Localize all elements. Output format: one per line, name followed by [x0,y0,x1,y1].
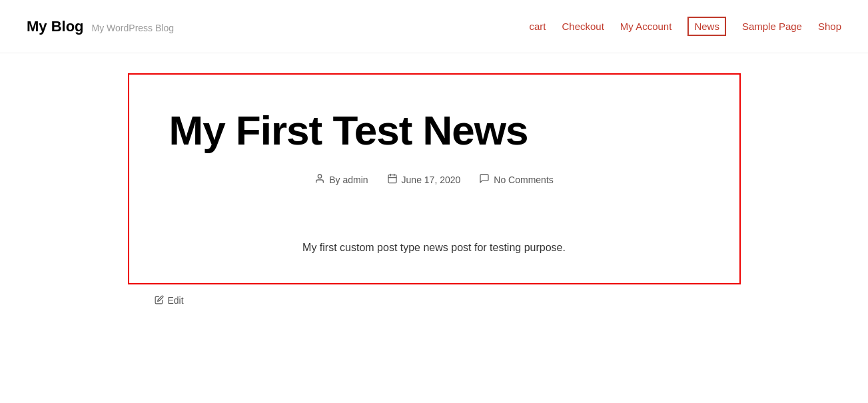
svg-rect-1 [388,175,396,183]
post-title: My First Test News [169,108,699,153]
comment-icon [479,173,490,186]
post-author: By admin [329,175,368,185]
post-date-meta: June 17, 2020 [387,173,461,186]
nav-link-news[interactable]: News [687,17,726,36]
site-branding: My Blog My WordPress Blog [27,18,174,35]
post-comments-meta: No Comments [479,173,553,186]
post-comments: No Comments [494,175,553,185]
nav-link-my-account[interactable]: My Account [620,21,672,32]
main-content: My First Test News By admin [0,53,868,326]
post-excerpt: My first custom post type news post for … [169,226,699,256]
user-icon [314,173,325,186]
post-meta: By admin June 17, 2020 [169,173,699,186]
post-author-meta: By admin [314,173,368,186]
nav-link-checkout[interactable]: Checkout [562,21,604,32]
post-date: June 17, 2020 [402,175,461,185]
calendar-icon [387,173,398,186]
site-nav: cart Checkout My Account News Sample Pag… [529,17,841,36]
svg-point-0 [318,175,322,178]
site-title[interactable]: My Blog [27,18,84,35]
edit-icon [155,295,164,306]
edit-label: Edit [168,295,184,306]
post-edit-link[interactable]: Edit [155,295,184,306]
nav-link-sample-page[interactable]: Sample Page [742,21,802,32]
nav-link-cart[interactable]: cart [529,21,546,32]
site-header: My Blog My WordPress Blog cart Checkout … [0,0,868,53]
site-tagline: My WordPress Blog [92,23,174,33]
post-card: My First Test News By admin [128,73,741,284]
nav-link-shop[interactable]: Shop [818,21,841,32]
